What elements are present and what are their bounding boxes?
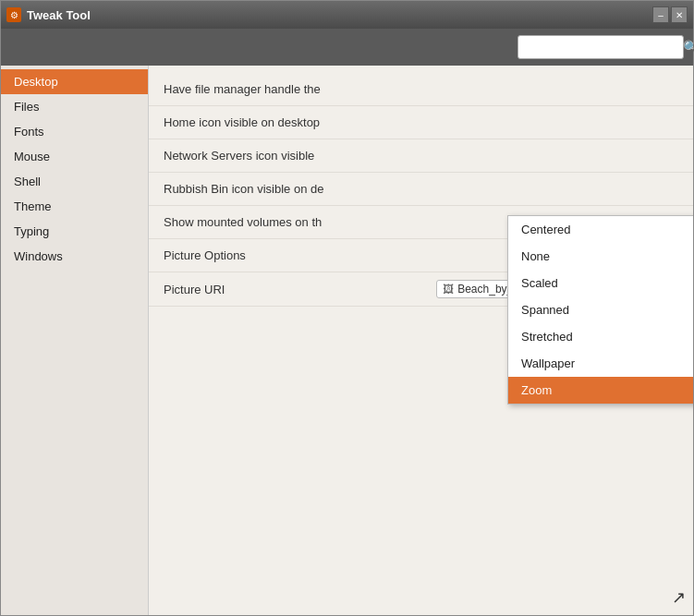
search-input[interactable] <box>524 41 679 54</box>
window-title: Tweak Tool <box>27 8 91 22</box>
setting-row-rubbish-bin: Rubbish Bin icon visible on de <box>149 173 693 206</box>
setting-label-network-servers: Network Servers icon visible <box>164 149 678 163</box>
titlebar: Tweak Tool – ✕ <box>1 1 693 29</box>
dropdown-item-wallpaper[interactable]: Wallpaper <box>508 350 693 377</box>
dropdown-item-centered[interactable]: Centered <box>508 216 693 243</box>
search-box[interactable]: 🔍 <box>517 35 684 59</box>
setting-label-rubbish-bin: Rubbish Bin icon visible on de <box>164 182 678 196</box>
picture-options-dropdown[interactable]: Centered None Scaled Spanned Stretched <box>507 215 693 405</box>
file-icon: 🖼 <box>443 283 454 296</box>
sidebar-item-windows[interactable]: Windows <box>1 244 148 269</box>
titlebar-left: Tweak Tool <box>6 7 91 22</box>
sidebar-item-mouse[interactable]: Mouse <box>1 144 148 169</box>
dropdown-item-scaled[interactable]: Scaled <box>508 270 693 296</box>
sidebar-item-typing[interactable]: Typing <box>1 219 148 244</box>
app-icon <box>6 7 21 22</box>
setting-label-home-icon: Home icon visible on desktop <box>164 115 678 129</box>
dropdown-item-zoom[interactable]: Zoom <box>508 377 693 404</box>
sidebar-item-files[interactable]: Files <box>1 94 148 119</box>
toolbar: 🔍 <box>1 29 693 66</box>
content-area: Desktop Files Fonts Mouse Shell Theme Ty… <box>1 66 693 615</box>
setting-row-network-servers: Network Servers icon visible <box>149 139 693 173</box>
sidebar-item-fonts[interactable]: Fonts <box>1 119 148 144</box>
dropdown-item-none[interactable]: None <box>508 243 693 270</box>
setting-label-file-manager: Have file manager handle the <box>164 82 678 96</box>
window-controls: – ✕ <box>652 6 688 23</box>
sidebar-item-theme[interactable]: Theme <box>1 194 148 219</box>
sidebar: Desktop Files Fonts Mouse Shell Theme Ty… <box>1 66 149 615</box>
sidebar-item-desktop[interactable]: Desktop <box>1 69 148 94</box>
setting-label-picture-uri: Picture URI <box>164 283 436 296</box>
close-button[interactable]: ✕ <box>671 6 688 23</box>
minimize-button[interactable]: – <box>652 6 669 23</box>
dropdown-item-stretched[interactable]: Stretched <box>508 323 693 350</box>
setting-row-file-manager: Have file manager handle the <box>149 73 693 106</box>
cursor-indicator: ↗ <box>672 587 686 608</box>
main-panel: Have file manager handle the Home icon v… <box>149 66 693 615</box>
search-icon: 🔍 <box>683 40 694 54</box>
setting-row-home-icon: Home icon visible on desktop <box>149 106 693 139</box>
sidebar-item-shell[interactable]: Shell <box>1 169 148 194</box>
main-window: Tweak Tool – ✕ 🔍 Desktop Files Fonts M <box>0 0 694 616</box>
dropdown-item-spanned[interactable]: Spanned <box>508 296 693 323</box>
